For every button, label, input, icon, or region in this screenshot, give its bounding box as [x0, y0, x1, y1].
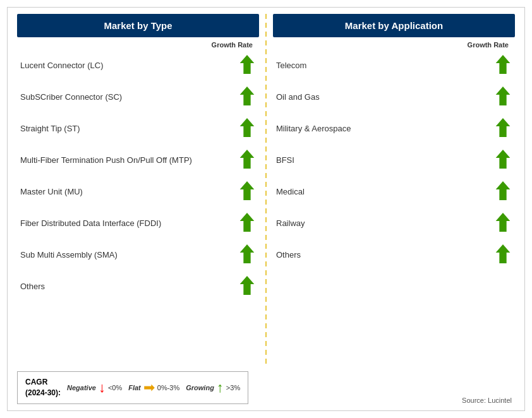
list-item: Others: [276, 239, 512, 271]
negative-arrow-icon: ↓: [99, 381, 106, 395]
legend-flat: Flat ➡ 0%-3%: [128, 381, 179, 395]
source-label: Source: Lucintel: [462, 397, 515, 404]
svg-marker-9: [496, 87, 511, 105]
growth-arrow-icon: [235, 275, 256, 299]
growth-arrow-icon: [235, 54, 256, 78]
panel-divider: [265, 14, 267, 364]
svg-marker-10: [496, 118, 511, 137]
list-item: Fiber Distributed Data Interface (FDDI): [20, 208, 256, 239]
list-item: SubSCriber Connector (SC): [20, 81, 256, 113]
legend-bar: CAGR (2024-30): Negative ↓ <0% Flat ➡ 0%…: [17, 371, 248, 404]
list-item: Master Unit (MU): [20, 176, 256, 208]
svg-marker-3: [240, 150, 255, 169]
list-item: Others: [20, 271, 256, 302]
growth-arrow-icon: [491, 243, 512, 267]
growth-arrow-icon: [235, 180, 256, 204]
list-item: Telecom: [276, 50, 512, 81]
negative-label: Negative: [67, 384, 96, 391]
left-items-list: Lucent Connector (LC) SubSCriber Connect…: [17, 50, 259, 364]
svg-marker-6: [240, 244, 255, 263]
svg-marker-8: [496, 55, 511, 74]
growth-arrow-icon: [491, 85, 512, 109]
right-items-list: Telecom Oil and Gas Military & Aerospace…: [273, 50, 515, 364]
flat-label: Flat: [128, 384, 141, 391]
growth-arrow-icon: [491, 117, 512, 141]
list-item: Military & Aerospace: [276, 113, 512, 145]
item-label: Railway: [276, 218, 491, 229]
list-item: Railway: [276, 208, 512, 239]
svg-marker-5: [240, 213, 255, 232]
growth-arrow-icon: [491, 148, 512, 172]
right-panel-header: Market by Application: [273, 14, 515, 37]
left-panel: Market by Type Growth Rate Lucent Connec…: [17, 14, 259, 364]
item-label: Military & Aerospace: [276, 124, 491, 134]
growth-arrow-icon: [235, 148, 256, 172]
item-label: Straight Tip (ST): [20, 124, 235, 134]
item-label: Sub Multi Assembly (SMA): [20, 250, 235, 261]
svg-marker-14: [496, 244, 511, 263]
list-item: Medical: [276, 176, 512, 208]
item-label: Others: [276, 250, 491, 261]
growing-range: >3%: [226, 384, 240, 391]
legend-negative: Negative ↓ <0%: [67, 381, 122, 395]
cagr-label: CAGR (2024-30):: [25, 377, 61, 398]
growing-label: Growing: [186, 384, 214, 391]
growth-arrow-icon: [235, 117, 256, 141]
list-item: Straight Tip (ST): [20, 113, 256, 145]
flat-arrow-icon: ➡: [143, 381, 155, 395]
left-panel-header: Market by Type: [17, 14, 259, 37]
svg-marker-4: [240, 181, 255, 200]
growing-arrow-icon: ↑: [217, 381, 224, 395]
svg-marker-7: [240, 276, 255, 295]
item-label: Lucent Connector (LC): [20, 61, 235, 71]
flat-range: 0%-3%: [157, 384, 179, 391]
list-item: Sub Multi Assembly (SMA): [20, 239, 256, 271]
legend-growing: Growing ↑ >3%: [186, 381, 240, 395]
list-item: Multi-Fiber Termination Push On/Pull Off…: [20, 145, 256, 176]
right-panel: Market by Application Growth Rate Teleco…: [273, 14, 515, 364]
list-item: BFSI: [276, 145, 512, 176]
list-item: Oil and Gas: [276, 81, 512, 113]
svg-marker-2: [240, 118, 255, 137]
svg-marker-1: [240, 87, 255, 105]
item-label: Master Unit (MU): [20, 187, 235, 198]
content-area: Market by Type Growth Rate Lucent Connec…: [17, 14, 515, 364]
left-growth-rate-label: Growth Rate: [17, 37, 259, 50]
item-label: BFSI: [276, 155, 491, 166]
item-label: Medical: [276, 187, 491, 198]
item-label: Telecom: [276, 61, 491, 71]
growth-arrow-icon: [491, 180, 512, 204]
svg-marker-11: [496, 150, 511, 169]
growth-arrow-icon: [491, 54, 512, 78]
svg-marker-13: [496, 213, 511, 232]
growth-arrow-icon: [235, 243, 256, 267]
item-label: SubSCriber Connector (SC): [20, 92, 235, 103]
growth-arrow-icon: [491, 212, 512, 236]
item-label: Oil and Gas: [276, 92, 491, 103]
growth-arrow-icon: [235, 85, 256, 109]
list-item: Lucent Connector (LC): [20, 50, 256, 81]
item-label: Multi-Fiber Termination Push On/Pull Off…: [20, 155, 235, 166]
item-label: Others: [20, 282, 235, 292]
main-container: Market by Type Growth Rate Lucent Connec…: [7, 7, 525, 411]
right-growth-rate-label: Growth Rate: [273, 37, 515, 50]
item-label: Fiber Distributed Data Interface (FDDI): [20, 218, 235, 229]
svg-marker-0: [240, 55, 255, 74]
growth-arrow-icon: [235, 212, 256, 236]
svg-marker-12: [496, 181, 511, 200]
negative-range: <0%: [108, 384, 122, 391]
